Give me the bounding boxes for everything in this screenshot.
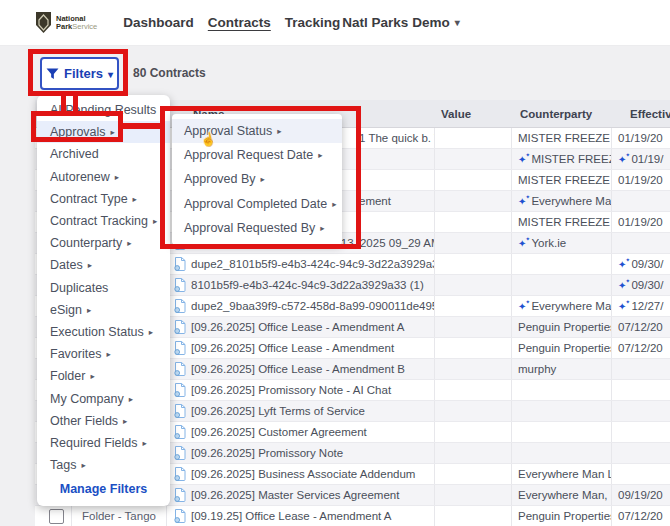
cell-name[interactable]: 8101b5f9-e4b3-424c-94c9-3d22a3929a33 (1) bbox=[167, 275, 435, 295]
menu-item-label: Archived bbox=[50, 147, 99, 161]
cell-counterparty bbox=[512, 443, 612, 463]
cell-effective: 01/19/20 bbox=[612, 170, 670, 190]
effective-date: 01/19/20 bbox=[618, 216, 663, 228]
nav-link-tracking[interactable]: Tracking bbox=[285, 15, 341, 30]
cell-name[interactable]: [09.26.2025] Promissory Note - AI Chat bbox=[167, 380, 435, 400]
submenu-arrow-icon: ▸ bbox=[261, 174, 265, 184]
contract-name: ement bbox=[359, 195, 391, 207]
manage-filters-link[interactable]: Manage Filters bbox=[37, 476, 170, 506]
submenu-arrow-icon: ▸ bbox=[106, 349, 110, 359]
cell-counterparty: Everywhere Man, I… bbox=[512, 485, 612, 505]
header-value[interactable]: Value bbox=[435, 108, 512, 120]
filter-menu-item-duplicates[interactable]: Duplicates bbox=[37, 277, 170, 299]
filter-menu-item-autorenew[interactable]: Autorenew▸ bbox=[37, 166, 170, 188]
document-icon bbox=[174, 488, 186, 502]
filters-button[interactable]: Filters ▾ bbox=[40, 57, 119, 90]
filter-menu-item-other-fields[interactable]: Other Fields▸ bbox=[37, 410, 170, 432]
cell-effective: ✦✦01/19/ bbox=[612, 149, 670, 169]
cell-name[interactable]: dupe2_8101b5f9-e4b3-424c-94c9-3d22a3929a… bbox=[167, 254, 435, 274]
menu-item-label: Required Fields bbox=[50, 436, 138, 450]
filter-menu-item-approvals[interactable]: Approvals▸ bbox=[37, 121, 170, 143]
submenu-arrow-icon: ▸ bbox=[133, 194, 137, 204]
nav-link-contracts[interactable]: Contracts bbox=[208, 15, 271, 30]
submenu-arrow-icon: ▸ bbox=[277, 126, 281, 136]
approvals-submenu-item-approval-requested-by[interactable]: Approval Requested By▸ bbox=[172, 216, 342, 240]
cell-effective bbox=[612, 359, 670, 379]
cell-name[interactable]: dupe2_9baa39f9-c572-458d-8a99-090011de49… bbox=[167, 296, 435, 316]
cell-name[interactable]: [09.26.2025] Lyft Terms of Service bbox=[167, 401, 435, 421]
document-icon bbox=[174, 404, 186, 418]
filter-menu-item-required-fields[interactable]: Required Fields▸ bbox=[37, 432, 170, 454]
filter-menu-item-dates[interactable]: Dates▸ bbox=[37, 254, 170, 276]
document-icon bbox=[174, 362, 186, 376]
counterparty-name: MISTER FREEZE LLC bbox=[518, 174, 612, 186]
ai-sparkle-icon: ✦✦ bbox=[518, 196, 526, 207]
filter-menu-item-folder[interactable]: Folder▸ bbox=[37, 365, 170, 387]
filter-menu-item-ai-pending-results[interactable]: AI Pending Results▸ bbox=[37, 99, 170, 121]
menu-item-label: Autorenew bbox=[50, 170, 110, 184]
counterparty-name: Everywhere Ma… bbox=[531, 300, 612, 312]
cell-value bbox=[435, 380, 512, 400]
filter-menu-item-contract-type[interactable]: Contract Type▸ bbox=[37, 188, 170, 210]
menu-item-label: Folder bbox=[50, 369, 85, 383]
contract-name: [09.19.25] Office Lease - Amendment A bbox=[191, 510, 392, 522]
cell-name[interactable]: [09.26.2025] Customer Agreement bbox=[167, 422, 435, 442]
filter-menu-item-esign[interactable]: eSign▸ bbox=[37, 299, 170, 321]
filter-menu-item-execution-status[interactable]: Execution Status▸ bbox=[37, 321, 170, 343]
top-navbar: National ParkService DashboardContractsT… bbox=[0, 0, 670, 46]
cell-value bbox=[435, 422, 512, 442]
menu-item-label: Execution Status bbox=[50, 325, 144, 339]
cell-name[interactable]: [09.19.25] Office Lease - Amendment A bbox=[167, 506, 435, 526]
cell-name[interactable]: [09.26.2025] Office Lease - Amendment bbox=[167, 338, 435, 358]
menu-item-label: My Company bbox=[50, 392, 124, 406]
row-checkbox[interactable] bbox=[49, 509, 64, 524]
document-icon bbox=[174, 278, 186, 292]
effective-date: 09/30/ bbox=[631, 279, 663, 291]
counterparty-name: York.ie bbox=[531, 237, 566, 249]
approvals-submenu-item-approved-by[interactable]: Approved By▸ bbox=[172, 167, 342, 191]
contract-name: [09.26.2025] Office Lease - Amendment bbox=[191, 342, 394, 354]
counterparty-name: Penguin Properties… bbox=[518, 342, 612, 354]
nps-arrowhead-icon bbox=[35, 11, 52, 34]
cell-value bbox=[435, 317, 512, 337]
contract-name: [09.26.2025] Master Services Agreement bbox=[191, 489, 399, 501]
nav-link-dashboard[interactable]: Dashboard bbox=[123, 15, 194, 30]
submenu-arrow-icon: ▸ bbox=[149, 327, 153, 337]
ai-sparkle-icon: ✦✦ bbox=[618, 301, 626, 312]
header-effective[interactable]: Effective bbox=[612, 108, 670, 120]
filter-menu-item-my-company[interactable]: My Company▸ bbox=[37, 387, 170, 409]
table-row[interactable]: Folder - Tango[09.19.25] Office Lease - … bbox=[35, 506, 670, 526]
approvals-submenu-item-approval-completed-date[interactable]: Approval Completed Date▸ bbox=[172, 192, 342, 216]
cell-value bbox=[435, 359, 512, 379]
submenu-arrow-icon: ▸ bbox=[115, 172, 119, 182]
chevron-down-icon: ▾ bbox=[108, 69, 113, 80]
menu-item-label: Approvals bbox=[50, 125, 106, 139]
cell-value bbox=[435, 212, 512, 232]
filter-funnel-icon bbox=[46, 68, 59, 80]
cell-counterparty bbox=[512, 254, 612, 274]
cell-name[interactable]: [09.26.2025] Master Services Agreement bbox=[167, 485, 435, 505]
account-menu[interactable]: Natl Parks Demo ▾ bbox=[342, 15, 459, 30]
approvals-submenu-item-approval-status[interactable]: Approval Status▸ bbox=[172, 119, 342, 143]
contract-name: [09.26.2025] Promissory Note - AI Chat bbox=[191, 384, 391, 396]
filter-menu-item-contract-tracking[interactable]: Contract Tracking▸ bbox=[37, 210, 170, 232]
filter-menu-item-counterparty[interactable]: Counterparty▸ bbox=[37, 232, 170, 254]
filter-menu-item-archived[interactable]: Archived bbox=[37, 143, 170, 165]
account-label: Natl Parks Demo bbox=[342, 15, 449, 30]
cell-checkbox bbox=[35, 506, 72, 526]
counterparty-name: MISTER FREEZE LLC bbox=[518, 216, 612, 228]
header-counterparty[interactable]: Counterparty bbox=[512, 108, 612, 120]
submenu-arrow-icon: ▸ bbox=[123, 416, 127, 426]
cell-name[interactable]: [09.26.2025] Office Lease - Amendment A bbox=[167, 317, 435, 337]
cell-name[interactable]: [09.26.2025] Business Associate Addendum bbox=[167, 464, 435, 484]
effective-date: 01/19/ bbox=[631, 153, 663, 165]
contract-name: dupe2_9baa39f9-c572-458d-8a99-090011de49… bbox=[191, 300, 435, 312]
chevron-down-icon: ▾ bbox=[455, 17, 460, 28]
cell-name[interactable]: [09.26.2025] Office Lease - Amendment B bbox=[167, 359, 435, 379]
filter-menu-item-tags[interactable]: Tags▸ bbox=[37, 454, 170, 476]
approvals-submenu-item-approval-request-date[interactable]: Approval Request Date▸ bbox=[172, 143, 342, 167]
cell-value bbox=[435, 170, 512, 190]
cell-counterparty: MISTER FREEZE LLC bbox=[512, 170, 612, 190]
filter-menu-item-favorites[interactable]: Favorites▸ bbox=[37, 343, 170, 365]
cell-name[interactable]: [09.26.2025] Promissory Note bbox=[167, 443, 435, 463]
